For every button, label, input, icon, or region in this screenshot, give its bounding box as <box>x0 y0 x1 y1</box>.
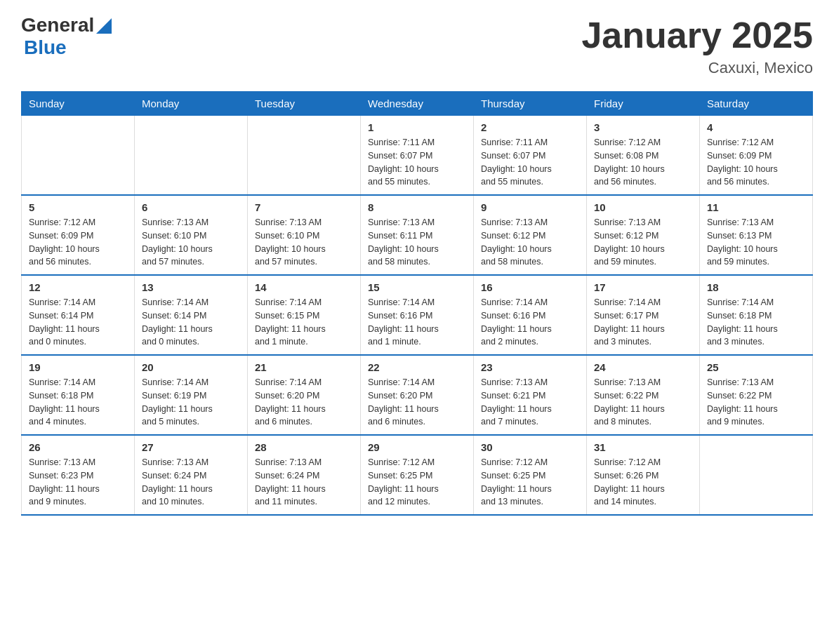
day-number: 8 <box>368 201 466 213</box>
calendar-header: Sunday Monday Tuesday Wednesday Thursday… <box>22 92 813 116</box>
calendar-cell: 20Sunrise: 7:14 AM Sunset: 6:19 PM Dayli… <box>135 355 248 435</box>
day-number: 16 <box>481 281 579 293</box>
calendar-cell: 5Sunrise: 7:12 AM Sunset: 6:09 PM Daylig… <box>22 195 135 275</box>
day-info: Sunrise: 7:14 AM Sunset: 6:20 PM Dayligh… <box>368 376 466 429</box>
header-friday: Friday <box>587 92 700 116</box>
title-block: January 2025 Caxuxi, Mexico <box>581 14 813 77</box>
header-thursday: Thursday <box>474 92 587 116</box>
day-number: 13 <box>142 281 240 293</box>
calendar-title: January 2025 <box>581 14 813 56</box>
day-number: 5 <box>29 201 127 213</box>
day-info: Sunrise: 7:14 AM Sunset: 6:15 PM Dayligh… <box>255 296 353 349</box>
calendar-cell: 17Sunrise: 7:14 AM Sunset: 6:17 PM Dayli… <box>587 275 700 355</box>
calendar-cell: 14Sunrise: 7:14 AM Sunset: 6:15 PM Dayli… <box>248 275 361 355</box>
day-info: Sunrise: 7:12 AM Sunset: 6:09 PM Dayligh… <box>29 216 127 269</box>
calendar-cell: 29Sunrise: 7:12 AM Sunset: 6:25 PM Dayli… <box>361 435 474 515</box>
day-number: 25 <box>707 361 805 373</box>
day-info: Sunrise: 7:13 AM Sunset: 6:22 PM Dayligh… <box>594 376 692 429</box>
day-info: Sunrise: 7:11 AM Sunset: 6:07 PM Dayligh… <box>481 136 579 189</box>
day-info: Sunrise: 7:14 AM Sunset: 6:20 PM Dayligh… <box>255 376 353 429</box>
day-info: Sunrise: 7:12 AM Sunset: 6:26 PM Dayligh… <box>594 456 692 509</box>
calendar-cell <box>700 435 813 515</box>
calendar-cell: 3Sunrise: 7:12 AM Sunset: 6:08 PM Daylig… <box>587 116 700 196</box>
logo-general-text: General <box>21 14 94 36</box>
calendar-week-3: 12Sunrise: 7:14 AM Sunset: 6:14 PM Dayli… <box>22 275 813 355</box>
calendar-cell <box>135 116 248 196</box>
day-number: 1 <box>368 121 466 133</box>
calendar-cell: 31Sunrise: 7:12 AM Sunset: 6:26 PM Dayli… <box>587 435 700 515</box>
header-row: Sunday Monday Tuesday Wednesday Thursday… <box>22 92 813 116</box>
calendar-cell <box>248 116 361 196</box>
day-number: 15 <box>368 281 466 293</box>
day-info: Sunrise: 7:12 AM Sunset: 6:08 PM Dayligh… <box>594 136 692 189</box>
calendar-week-1: 1Sunrise: 7:11 AM Sunset: 6:07 PM Daylig… <box>22 116 813 196</box>
day-info: Sunrise: 7:14 AM Sunset: 6:18 PM Dayligh… <box>29 376 127 429</box>
day-number: 2 <box>481 121 579 133</box>
day-info: Sunrise: 7:13 AM Sunset: 6:21 PM Dayligh… <box>481 376 579 429</box>
calendar-cell: 15Sunrise: 7:14 AM Sunset: 6:16 PM Dayli… <box>361 275 474 355</box>
calendar-cell: 21Sunrise: 7:14 AM Sunset: 6:20 PM Dayli… <box>248 355 361 435</box>
calendar-cell: 24Sunrise: 7:13 AM Sunset: 6:22 PM Dayli… <box>587 355 700 435</box>
day-info: Sunrise: 7:13 AM Sunset: 6:11 PM Dayligh… <box>368 216 466 269</box>
calendar-cell: 28Sunrise: 7:13 AM Sunset: 6:24 PM Dayli… <box>248 435 361 515</box>
logo-triangle-icon <box>96 18 112 34</box>
day-number: 4 <box>707 121 805 133</box>
day-number: 19 <box>29 361 127 373</box>
day-info: Sunrise: 7:13 AM Sunset: 6:22 PM Dayligh… <box>707 376 805 429</box>
header-wednesday: Wednesday <box>361 92 474 116</box>
day-number: 7 <box>255 201 353 213</box>
day-number: 23 <box>481 361 579 373</box>
calendar-cell: 1Sunrise: 7:11 AM Sunset: 6:07 PM Daylig… <box>361 116 474 196</box>
header-monday: Monday <box>135 92 248 116</box>
calendar-cell: 11Sunrise: 7:13 AM Sunset: 6:13 PM Dayli… <box>700 195 813 275</box>
day-number: 30 <box>481 441 579 453</box>
day-info: Sunrise: 7:13 AM Sunset: 6:24 PM Dayligh… <box>142 456 240 509</box>
day-number: 3 <box>594 121 692 133</box>
calendar-week-5: 26Sunrise: 7:13 AM Sunset: 6:23 PM Dayli… <box>22 435 813 515</box>
day-number: 10 <box>594 201 692 213</box>
calendar-cell: 8Sunrise: 7:13 AM Sunset: 6:11 PM Daylig… <box>361 195 474 275</box>
day-info: Sunrise: 7:13 AM Sunset: 6:23 PM Dayligh… <box>29 456 127 509</box>
calendar-week-2: 5Sunrise: 7:12 AM Sunset: 6:09 PM Daylig… <box>22 195 813 275</box>
header-sunday: Sunday <box>22 92 135 116</box>
page-header: General Blue January 2025 Caxuxi, Mexico <box>21 14 813 77</box>
day-number: 28 <box>255 441 353 453</box>
day-info: Sunrise: 7:14 AM Sunset: 6:14 PM Dayligh… <box>29 296 127 349</box>
day-number: 31 <box>594 441 692 453</box>
day-number: 14 <box>255 281 353 293</box>
day-info: Sunrise: 7:11 AM Sunset: 6:07 PM Dayligh… <box>368 136 466 189</box>
logo-blue-text: Blue <box>22 36 67 59</box>
day-number: 29 <box>368 441 466 453</box>
calendar-cell: 13Sunrise: 7:14 AM Sunset: 6:14 PM Dayli… <box>135 275 248 355</box>
calendar-cell: 4Sunrise: 7:12 AM Sunset: 6:09 PM Daylig… <box>700 116 813 196</box>
calendar-cell: 7Sunrise: 7:13 AM Sunset: 6:10 PM Daylig… <box>248 195 361 275</box>
day-number: 27 <box>142 441 240 453</box>
day-info: Sunrise: 7:14 AM Sunset: 6:14 PM Dayligh… <box>142 296 240 349</box>
calendar-cell: 26Sunrise: 7:13 AM Sunset: 6:23 PM Dayli… <box>22 435 135 515</box>
svg-marker-0 <box>96 18 112 34</box>
day-number: 9 <box>481 201 579 213</box>
calendar-cell <box>22 116 135 196</box>
day-number: 6 <box>142 201 240 213</box>
calendar-subtitle: Caxuxi, Mexico <box>581 59 813 77</box>
day-number: 22 <box>368 361 466 373</box>
day-info: Sunrise: 7:12 AM Sunset: 6:09 PM Dayligh… <box>707 136 805 189</box>
calendar-cell: 16Sunrise: 7:14 AM Sunset: 6:16 PM Dayli… <box>474 275 587 355</box>
calendar-cell: 19Sunrise: 7:14 AM Sunset: 6:18 PM Dayli… <box>22 355 135 435</box>
day-info: Sunrise: 7:13 AM Sunset: 6:10 PM Dayligh… <box>142 216 240 269</box>
day-number: 24 <box>594 361 692 373</box>
calendar-cell: 18Sunrise: 7:14 AM Sunset: 6:18 PM Dayli… <box>700 275 813 355</box>
day-info: Sunrise: 7:13 AM Sunset: 6:12 PM Dayligh… <box>481 216 579 269</box>
day-info: Sunrise: 7:13 AM Sunset: 6:13 PM Dayligh… <box>707 216 805 269</box>
calendar-cell: 22Sunrise: 7:14 AM Sunset: 6:20 PM Dayli… <box>361 355 474 435</box>
calendar-cell: 27Sunrise: 7:13 AM Sunset: 6:24 PM Dayli… <box>135 435 248 515</box>
day-info: Sunrise: 7:14 AM Sunset: 6:17 PM Dayligh… <box>594 296 692 349</box>
calendar-cell: 12Sunrise: 7:14 AM Sunset: 6:14 PM Dayli… <box>22 275 135 355</box>
calendar-cell: 10Sunrise: 7:13 AM Sunset: 6:12 PM Dayli… <box>587 195 700 275</box>
day-info: Sunrise: 7:13 AM Sunset: 6:12 PM Dayligh… <box>594 216 692 269</box>
day-info: Sunrise: 7:14 AM Sunset: 6:16 PM Dayligh… <box>481 296 579 349</box>
day-info: Sunrise: 7:14 AM Sunset: 6:16 PM Dayligh… <box>368 296 466 349</box>
calendar-table: Sunday Monday Tuesday Wednesday Thursday… <box>21 91 813 516</box>
calendar-cell: 25Sunrise: 7:13 AM Sunset: 6:22 PM Dayli… <box>700 355 813 435</box>
calendar-cell: 2Sunrise: 7:11 AM Sunset: 6:07 PM Daylig… <box>474 116 587 196</box>
